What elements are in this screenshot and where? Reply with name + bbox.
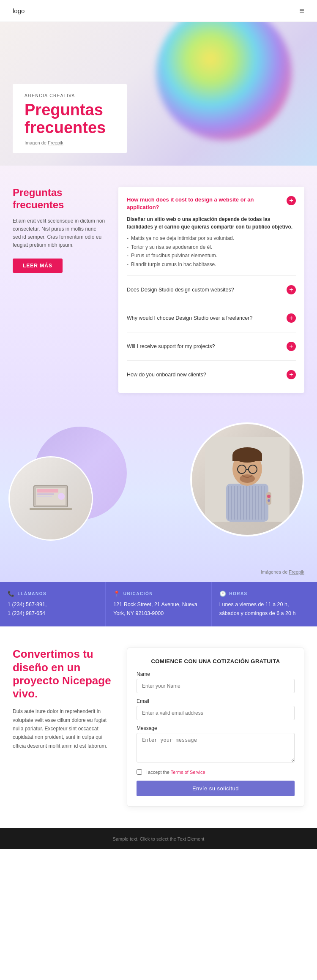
form-tos-checkbox[interactable]: [137, 769, 142, 775]
faq-divider: [127, 360, 296, 361]
faq-open-question: How much does it cost to design a websit…: [127, 196, 296, 211]
cta-form-title: COMIENCE CON UNA COTIZACIÓN GRATUITA: [137, 658, 295, 664]
svg-rect-15: [246, 486, 247, 520]
faq-divider: [127, 275, 296, 276]
faq-divider: [127, 332, 296, 332]
svg-rect-19: [258, 486, 259, 520]
form-tos-link[interactable]: Terms of Service: [171, 770, 205, 775]
faq-expand-icon-2[interactable]: +: [287, 313, 296, 323]
faq-right: How much does it cost to design a websit…: [118, 187, 304, 393]
faq-left-title: Preguntas frecuentes: [13, 187, 106, 211]
contact-card-location-title: 📍 UBICACIÓN: [113, 591, 203, 597]
svg-rect-20: [261, 486, 262, 520]
laptop-svg: [30, 482, 72, 515]
location-title-text: UBICACIÓN: [123, 591, 153, 596]
svg-rect-29: [266, 492, 271, 505]
svg-point-31: [268, 499, 270, 502]
laptop-image-circle: [8, 456, 93, 541]
svg-rect-8: [226, 484, 268, 522]
menu-icon[interactable]: ≡: [299, 6, 304, 16]
faq-left: Preguntas frecuentes Etiam erat velit sc…: [13, 187, 106, 393]
cta-form-wrapper: COMIENCE CON UNA COTIZACIÓN GRATUITA Nam…: [127, 648, 304, 807]
faq-item-closed-4: How do you onboard new clients? +: [127, 366, 296, 384]
svg-point-30: [267, 495, 271, 498]
faq-closed-question-4: How do you onboard new clients?: [127, 372, 287, 378]
faq-grid: Preguntas frecuentes Etiam erat velit sc…: [13, 187, 304, 393]
svg-point-6: [58, 493, 65, 500]
svg-rect-10: [231, 486, 232, 520]
phone-title-text: LLÁMANOS: [18, 591, 47, 596]
form-message-textarea[interactable]: [137, 733, 295, 762]
cta-left-title: Convertimos tu diseño en un proyecto Nic…: [13, 648, 114, 700]
faq-item-closed-3: Will I receive support for my projects? …: [127, 338, 296, 355]
list-item: Purus ut faucibus pulvinar elementum.: [127, 251, 296, 260]
svg-rect-21: [264, 486, 265, 520]
contact-card-phone-title: 📞 LLÁMANOS: [8, 591, 98, 597]
form-message-label: Message: [137, 725, 295, 731]
faq-expand-icon-3[interactable]: +: [287, 342, 296, 351]
images-inner: [0, 414, 317, 566]
faq-item-open: How much does it cost to design a websit…: [127, 196, 296, 269]
hero-credit: Imagen de Freepik: [25, 140, 115, 145]
footer-text: Sample text. Click to select the Text El…: [113, 836, 205, 841]
contact-card-hours-title: 🕐 HORAS: [219, 591, 309, 597]
faq-left-text: Etiam erat velit scelerisque in dictum n…: [13, 217, 106, 250]
faq-collapse-icon[interactable]: +: [287, 196, 296, 205]
form-name-group: Name: [137, 671, 295, 693]
contact-card-location: 📍 UBICACIÓN 121 Rock Street, 21 Avenue, …: [106, 582, 211, 627]
svg-point-28: [240, 474, 255, 483]
hero-blob: [156, 22, 292, 140]
images-credit-prefix: Imágenes de: [261, 569, 289, 574]
contact-card-hours-text: Lunes a viernes de 11 a 20 h, sábados y …: [219, 600, 309, 618]
logo: logo: [13, 7, 25, 14]
hero-title: Preguntas frecuentes: [25, 101, 115, 137]
person-placeholder: [192, 424, 303, 535]
svg-rect-4: [37, 493, 54, 495]
contact-card-phone-text: 1 (234) 567-891,1 (234) 987-654: [8, 600, 98, 618]
images-section: Imágenes de Freepik: [0, 414, 317, 582]
phone-icon: 📞: [8, 591, 15, 597]
faq-open-answer: Diseñar un sitio web o una aplicación de…: [127, 215, 296, 231]
svg-rect-16: [249, 486, 250, 520]
form-name-label: Name: [137, 671, 295, 677]
faq-item-closed-2: Why would I choose Design Studio over a …: [127, 309, 296, 327]
form-submit-button[interactable]: Envíe su solicitud: [137, 781, 295, 796]
location-icon: 📍: [113, 591, 121, 597]
faq-closed-question-3: Will I receive support for my projects?: [127, 343, 287, 349]
form-email-input[interactable]: [137, 706, 295, 720]
person-image-circle: [190, 422, 304, 536]
svg-rect-18: [255, 486, 256, 520]
form-name-input[interactable]: [137, 679, 295, 693]
hero-credit-prefix: Imagen de: [25, 140, 48, 145]
faq-read-more-button[interactable]: LEER MÁS: [13, 259, 63, 273]
images-credit: Imágenes de Freepik: [0, 566, 317, 578]
faq-open-list: Mattis ya no se deja intimidar por su vo…: [127, 234, 296, 269]
hero-subtitle: AGENCIA CREATIVA: [25, 93, 115, 98]
hero-content: AGENCIA CREATIVA Preguntas frecuentes Im…: [13, 84, 127, 153]
faq-expand-icon-4[interactable]: +: [287, 370, 296, 379]
hours-title-text: HORAS: [229, 591, 248, 596]
hero-section: AGENCIA CREATIVA Preguntas frecuentes Im…: [0, 22, 317, 166]
cta-left-text: Duis aute irure dolor in reprehenderit i…: [13, 707, 114, 750]
images-credit-link[interactable]: Freepik: [289, 569, 304, 574]
contact-card-hours: 🕐 HORAS Lunes a viernes de 11 a 20 h, sá…: [212, 582, 317, 627]
contact-cards-section: 📞 LLÁMANOS 1 (234) 567-891,1 (234) 987-6…: [0, 582, 317, 627]
cta-left: Convertimos tu diseño en un proyecto Nic…: [13, 648, 114, 750]
footer: Sample text. Click to select the Text El…: [0, 828, 317, 849]
hero-credit-link[interactable]: Freepik: [48, 140, 63, 145]
list-item: Blandit turpis cursus in hac habitasse.: [127, 260, 296, 269]
list-item: Tortor y su risa se apoderaron de él.: [127, 243, 296, 251]
svg-rect-2: [30, 508, 72, 510]
svg-rect-11: [234, 486, 235, 520]
contact-card-location-text: 121 Rock Street, 21 Avenue, Nueva York, …: [113, 600, 203, 618]
svg-rect-17: [252, 486, 253, 520]
svg-rect-5: [37, 496, 52, 497]
form-tos-label: I accept the Terms of Service: [145, 770, 205, 775]
list-item: Mattis ya no se deja intimidar por su vo…: [127, 234, 296, 242]
cta-section: Convertimos tu diseño en un proyecto Nic…: [0, 626, 317, 828]
form-message-group: Message: [137, 725, 295, 764]
clock-icon: 🕐: [219, 591, 227, 597]
faq-expand-icon-1[interactable]: +: [287, 285, 296, 294]
faq-item-closed-1: Does Design Studio design custom website…: [127, 281, 296, 299]
svg-rect-13: [240, 486, 241, 520]
